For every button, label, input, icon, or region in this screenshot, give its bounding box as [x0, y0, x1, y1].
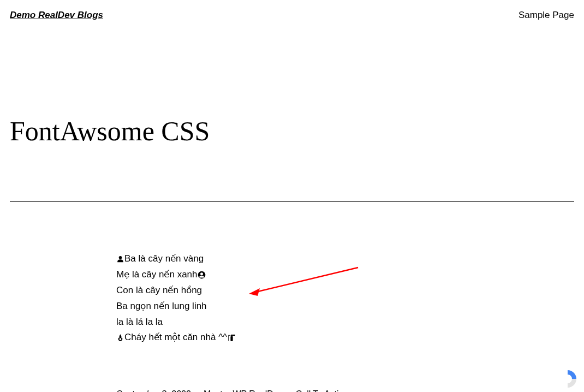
content-text: Mẹ là cây nến xanh	[116, 269, 198, 280]
user-icon	[116, 255, 124, 263]
recaptcha-badge[interactable]	[557, 369, 579, 389]
cta-link[interactable]: Call To Action	[296, 389, 349, 392]
svg-point-2	[200, 272, 203, 275]
post-date: September 8, 2022	[116, 389, 190, 392]
post-content: Ba là cây nến vàng Mẹ là cây nến xanh Co…	[116, 251, 574, 346]
user-circle-icon	[198, 271, 206, 279]
content-line: Ba là cây nến vàng	[116, 251, 574, 267]
divider	[10, 201, 574, 202]
content-text: Con là cây nến hồng	[116, 285, 202, 295]
svg-rect-5	[231, 335, 233, 336]
content-line: Cháy hết một căn nhà ^^	[116, 330, 574, 346]
content-line: la là lá la la	[116, 314, 574, 330]
nav-sample-page[interactable]: Sample Page	[519, 10, 574, 21]
content-line: Ba ngọn nến lung linh	[116, 299, 574, 314]
content-text: Ba là cây nến vàng	[124, 253, 204, 264]
main-content: FontAwsome CSS Ba là cây nến vàng Mẹ là …	[0, 115, 584, 392]
svg-point-3	[120, 338, 122, 341]
content-text: la là lá la la	[116, 317, 163, 327]
site-header: Demo RealDev Blogs Sample Page	[0, 0, 584, 31]
content-line: Mẹ là cây nến xanh	[116, 267, 574, 283]
post-meta: September 8, 2022 Master WP RealDev Call…	[116, 389, 574, 392]
page-title: FontAwsome CSS	[10, 115, 574, 147]
svg-rect-4	[230, 336, 233, 341]
content-line: Con là cây nến hồng	[116, 283, 574, 299]
site-title-link[interactable]: Demo RealDev Blogs	[10, 10, 103, 21]
post-author: Master WP RealDev	[204, 389, 283, 392]
svg-point-0	[119, 256, 122, 259]
fire-extinguisher-icon	[227, 334, 236, 342]
content-text: Ba ngọn nến lung linh	[116, 301, 207, 311]
fire-icon	[116, 334, 124, 342]
content-text: Cháy hết một căn nhà ^^	[124, 332, 227, 342]
svg-rect-6	[233, 335, 235, 336]
